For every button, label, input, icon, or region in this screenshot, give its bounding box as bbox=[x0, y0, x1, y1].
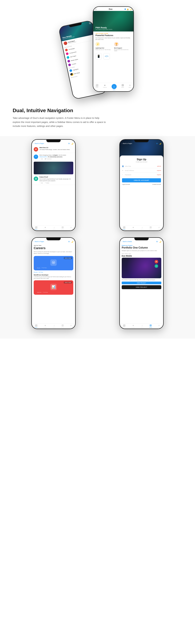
job-desc-1: Is WordPress your favorite thing to do? … bbox=[32, 276, 75, 279]
pbn-features[interactable]: ★ Features bbox=[43, 226, 47, 230]
careers-title: Careers bbox=[32, 246, 75, 251]
nav-media[interactable]: 🖼 Media bbox=[122, 84, 124, 90]
pbn-home-icon-p: ⌂ bbox=[142, 324, 143, 327]
media-label: Media bbox=[122, 87, 124, 88]
pbn-home-p[interactable]: ⌂ Home bbox=[141, 324, 144, 328]
email-placeholder: Email Address bbox=[125, 170, 156, 171]
pbn-menu-icon: ≡ bbox=[70, 226, 72, 228]
pbn-home[interactable]: ⌂ Home bbox=[53, 226, 56, 230]
back-label: Back to Pages bbox=[35, 143, 44, 144]
pbn-media-s[interactable]: 🖼 Media bbox=[150, 226, 152, 230]
back-button-careers[interactable]: ‹ Back to Pages bbox=[34, 241, 44, 242]
like-button-fp[interactable]: ♡ Like bbox=[40, 182, 43, 184]
create-account-button[interactable]: CREATE ACCOUNT bbox=[122, 178, 161, 182]
pbn-menu[interactable]: ≡ Menu bbox=[70, 226, 72, 230]
pbn-pages-c[interactable]: ⬜ Pages bbox=[35, 324, 38, 328]
pbn-media-c[interactable]: 🖼 Media bbox=[62, 324, 64, 328]
pbn-home-c[interactable]: ⌂ Home bbox=[53, 324, 56, 328]
share-icon-fp: ↗ bbox=[45, 182, 46, 184]
feature2-title: Best Support bbox=[114, 47, 122, 49]
nav-features[interactable]: ★ Features bbox=[103, 84, 107, 90]
pbn-menu-c[interactable]: ≡ Menu bbox=[70, 324, 72, 328]
like-label-fp: Like bbox=[41, 182, 43, 184]
feed-body-fp: Duo is built using Bootstrap 5 and Vanil… bbox=[40, 178, 73, 182]
field-name[interactable]: 👤 John Doe optional bbox=[122, 164, 161, 168]
nav-home[interactable]: ⌂ Home bbox=[112, 84, 117, 90]
careers-desc: We're looking for passionate developers … bbox=[32, 251, 75, 256]
moon-icon[interactable]: 🌙 bbox=[71, 142, 73, 144]
gear-icon-careers[interactable]: ⚙ bbox=[68, 240, 70, 243]
portfolio-image: ❤ ↗ bbox=[122, 258, 161, 278]
moon-icon-portfolio[interactable]: 🌙 bbox=[159, 240, 161, 243]
pbn-features-icon-p: ★ bbox=[132, 324, 134, 327]
back-bar-icons-careers: ⚙ 🌙 bbox=[68, 240, 73, 243]
pbn-menu-label: Menu bbox=[70, 229, 72, 230]
moon-icon-careers[interactable]: 🌙 bbox=[71, 240, 73, 243]
feature1-desc: Ready when you are. Tap and enjoy. bbox=[96, 49, 111, 50]
feed-img-overlay bbox=[34, 162, 73, 174]
field-email[interactable]: ✉ Email Address required bbox=[122, 169, 161, 172]
careers-section-label: Join Our Team bbox=[32, 244, 75, 246]
pbn-pages[interactable]: ⬜ Pages bbox=[35, 226, 38, 230]
job-card-wordpress: APPLY NOW Ⓦ 📍 Remote ⏱ Full Time bbox=[34, 256, 73, 270]
gear-icon-portfolio[interactable]: ⚙ bbox=[156, 240, 158, 243]
apply-button-1[interactable]: APPLY NOW bbox=[64, 257, 72, 259]
section-desc: Duo brings best in class features for yo… bbox=[96, 37, 131, 40]
required-label-pw: required bbox=[157, 174, 161, 175]
feed-card-3: 🖼 Future Proof Duo is built using Bootst… bbox=[32, 175, 75, 185]
job-tag-studio: 📍 Studio Abs bbox=[36, 292, 42, 293]
share-button[interactable]: ↗ bbox=[155, 264, 158, 268]
pbn-menu-label-s: Menu bbox=[158, 229, 160, 230]
login-link[interactable]: Login Account bbox=[122, 184, 130, 185]
pbn-pages-s[interactable]: ⬜ Pages bbox=[123, 226, 126, 230]
phone-portfolio-inner: ‹ Back to Media ⚙ 🌙 Ready your Projects … bbox=[120, 238, 163, 328]
pbn-pages-p[interactable]: ⬜ Pages bbox=[123, 324, 126, 328]
back-arrow-careers: ‹ bbox=[34, 241, 34, 242]
pbn-menu-p[interactable]: ≡ Menu bbox=[158, 324, 160, 328]
moon-icon[interactable]: 🌙 bbox=[130, 8, 132, 10]
pbn-media-label-p: Media bbox=[150, 327, 152, 328]
back-bar-icons-signup: ⚙ 🌙 bbox=[156, 142, 161, 144]
phone-bottom-nav-signup: ⬜ Pages ★ Features ⌂ Home 🖼 Media bbox=[120, 225, 163, 230]
pbn-features-icon-s: ★ bbox=[132, 226, 134, 228]
pbn-features-s[interactable]: ★ Features bbox=[131, 226, 135, 230]
bell-icon[interactable]: 🔔 bbox=[127, 8, 129, 10]
gear-icon-signup[interactable]: ⚙ bbox=[156, 142, 158, 144]
nav-menu[interactable]: ≡ Menu bbox=[129, 84, 131, 90]
pbn-menu-label-c: Menu bbox=[70, 327, 72, 328]
pbn-features-c[interactable]: ★ Features bbox=[43, 324, 47, 328]
share-button-fp[interactable]: ↗ Share bbox=[45, 182, 49, 184]
apply-button-2[interactable]: APPLY NOW bbox=[64, 282, 72, 284]
comment-button[interactable]: 💬 Comment bbox=[45, 158, 52, 160]
heart-button[interactable]: ❤ bbox=[155, 260, 158, 264]
nav-label-mediastyles: Media Styles bbox=[71, 58, 78, 62]
pbn-media[interactable]: 🖼 Media bbox=[62, 226, 64, 230]
pbn-media-p[interactable]: 🖼 Media bbox=[150, 324, 152, 328]
gear-icon[interactable]: ⚙ bbox=[68, 142, 70, 144]
back-button-signup[interactable]: ‹ Back to Pages bbox=[122, 143, 132, 144]
back-button[interactable]: ‹ Back to Pages bbox=[34, 143, 44, 144]
card-row: 📱 </> bbox=[96, 53, 131, 61]
feed-icon-image: 🖼 bbox=[34, 176, 38, 181]
home-label: Home bbox=[113, 90, 116, 90]
login-row: Login Account Create Account bbox=[122, 184, 161, 185]
pbn-features-p[interactable]: ★ Features bbox=[131, 324, 135, 328]
back-label-careers: Back to Pages bbox=[35, 241, 44, 242]
features-icon: ★ bbox=[104, 84, 106, 86]
header-icons: 🔔 🌙 bbox=[124, 8, 132, 10]
nav-pages[interactable]: ⬜ Pages bbox=[96, 84, 98, 90]
like-button[interactable]: ♡ Like bbox=[40, 158, 43, 160]
phone-right-inner: ☰ Duo 🔔 🌙 PWA Ready Just install it to y… bbox=[93, 7, 134, 91]
field-password[interactable]: * Password required bbox=[122, 173, 161, 177]
pbn-home-s[interactable]: ⌂ Home bbox=[141, 226, 144, 230]
view-project-dark-btn[interactable]: VIEW PROJECT bbox=[122, 285, 161, 289]
view-project-button[interactable]: VIEW PROJECT bbox=[122, 282, 161, 284]
back-button-portfolio[interactable]: ‹ Back to Media bbox=[122, 241, 132, 242]
comment-label: Comment bbox=[47, 158, 52, 160]
feed-content-1: Meet Duo 3.0 The latest PWA design, mode… bbox=[40, 147, 73, 150]
required-label-email: required bbox=[157, 170, 161, 171]
moon-icon-signup[interactable]: 🌙 bbox=[159, 142, 161, 144]
pbn-menu-s[interactable]: ≡ Menu bbox=[158, 226, 160, 230]
nav-label-sitepages: Site Pages bbox=[70, 55, 76, 58]
create-link[interactable]: Create Account bbox=[152, 184, 161, 185]
